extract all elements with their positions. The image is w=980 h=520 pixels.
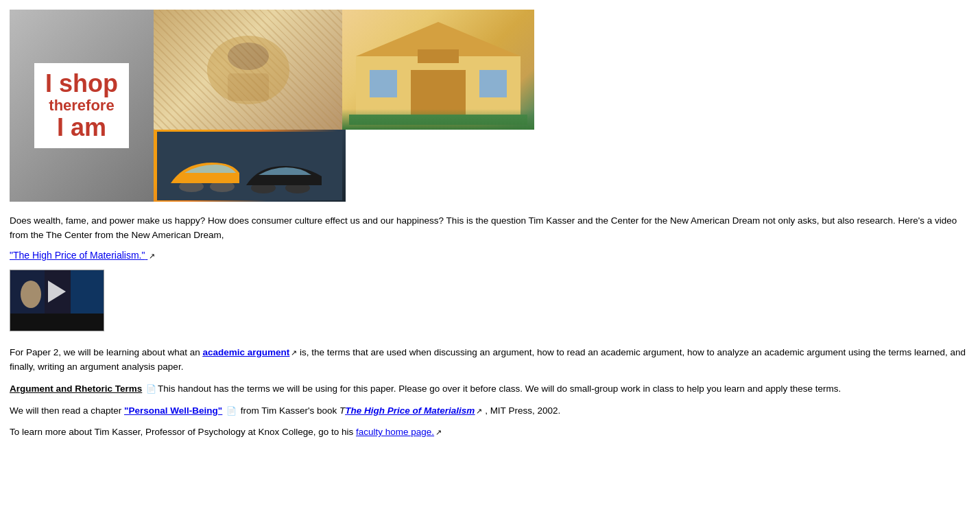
video-preview xyxy=(10,270,104,313)
argument-rhetoric-terms-label: Argument and Rhetoric Terms xyxy=(10,383,142,394)
terms-description-text: This handout has the terms we will be us… xyxy=(158,383,841,394)
paper-section: For Paper 2, we will be learning about w… xyxy=(10,345,970,440)
svg-rect-9 xyxy=(349,115,527,125)
description-text: Does wealth, fame, and power make us hap… xyxy=(10,214,970,243)
play-button[interactable] xyxy=(48,281,66,303)
wellbeing-line: We will then read a chapter "Personal We… xyxy=(10,403,970,418)
academic-argument-label: academic argument xyxy=(202,347,289,357)
description-section: Does wealth, fame, and power make us hap… xyxy=(10,214,970,263)
secondary-images xyxy=(154,10,534,202)
svg-point-18 xyxy=(21,281,41,308)
paper-intro-line: For Paper 2, we will be learning about w… xyxy=(10,345,970,375)
svg-rect-7 xyxy=(479,70,507,97)
book-after-text: , MIT Press, 2002. xyxy=(482,405,560,416)
wellbeing-link[interactable]: "Personal Well-Being" xyxy=(124,405,222,416)
video-controls-bar xyxy=(10,312,104,330)
house-image xyxy=(342,10,534,130)
wellbeing-after-text: from Tim Kasser's book xyxy=(238,405,339,416)
paper-intro-text: For Paper 2, we will be learning about w… xyxy=(10,347,202,357)
svg-rect-2 xyxy=(228,73,269,101)
external-link-icon: ↗ xyxy=(149,250,155,262)
materialism-video-link[interactable]: "The High Price of Materialism." xyxy=(10,250,147,261)
cars-image xyxy=(154,130,346,202)
faculty-home-link[interactable]: faculty home page. xyxy=(356,427,434,437)
wellbeing-doc-icon: 📄 xyxy=(226,405,237,418)
image-collage: I shop therefore I am xyxy=(10,10,970,202)
video-link-line: "The High Price of Materialism." ↗ xyxy=(10,248,970,263)
video-container xyxy=(10,270,970,331)
rhetoric-terms-line: Argument and Rhetoric Terms 📄This handou… xyxy=(10,381,970,397)
svg-rect-5 xyxy=(411,70,466,121)
terms-doc-icon: 📄 xyxy=(146,383,156,396)
svg-rect-17 xyxy=(71,270,104,314)
video-thumbnail[interactable] xyxy=(10,270,104,331)
top-images-row xyxy=(154,10,534,130)
kasser-intro-text: To learn more about Tim Kasser, Professo… xyxy=(10,427,356,437)
faculty-external-icon: ↗ xyxy=(435,427,442,439)
bottom-images-row xyxy=(154,130,534,202)
academic-argument-link[interactable]: academic argument xyxy=(202,347,289,357)
svg-point-1 xyxy=(228,43,269,70)
wellbeing-label: "Personal Well-Being" xyxy=(124,405,222,416)
kasser-line: To learn more about Tim Kasser, Professo… xyxy=(10,425,970,440)
academic-argument-external-icon: ↗ xyxy=(291,347,297,359)
svg-rect-8 xyxy=(418,49,459,63)
wellbeing-intro-text: We will then read a chapter xyxy=(10,405,124,416)
main-image: I shop therefore I am xyxy=(10,10,154,202)
book-label: The High Price of Materialism xyxy=(345,405,475,416)
fashion-image xyxy=(154,10,342,130)
book-link[interactable]: The High Price of Materialism xyxy=(345,405,475,416)
svg-rect-6 xyxy=(370,70,397,97)
faculty-label: faculty home page. xyxy=(356,427,434,437)
